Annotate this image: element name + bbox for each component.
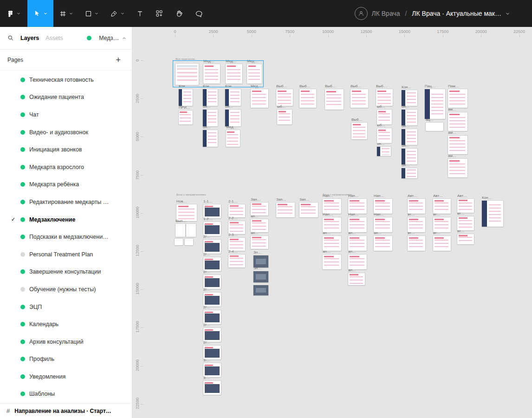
- canvas-frame[interactable]: [253, 271, 268, 282]
- frame-label[interactable]: ыб…: [277, 104, 285, 109]
- sidebar-page-item[interactable]: Завершение консультации: [0, 263, 132, 281]
- canvas-frame[interactable]: [408, 217, 425, 232]
- frame-label[interactable]: Нап…: [323, 212, 333, 217]
- canvas-frame[interactable]: [251, 202, 268, 216]
- canvas-frame[interactable]: [203, 328, 221, 342]
- canvas-area[interactable]: 0250050007500100001250015000175002000022…: [132, 27, 532, 418]
- canvas-frame[interactable]: [228, 255, 245, 268]
- sidebar-page-item[interactable]: Профиль: [0, 351, 132, 368]
- sidebar-page-item[interactable]: Видео- и аудиозвонок: [0, 124, 132, 141]
- canvas-frame[interactable]: [175, 224, 185, 237]
- frame-label[interactable]: 2/…: [203, 235, 210, 239]
- canvas-frame[interactable]: [408, 199, 425, 214]
- sidebar-page-item[interactable]: Редактирование медкарты …: [0, 193, 132, 211]
- frame-label[interactable]: 2-4…: [228, 249, 238, 254]
- canvas-frame[interactable]: [448, 89, 467, 108]
- canvas-frame[interactable]: [203, 363, 221, 377]
- canvas-frame[interactable]: [348, 217, 367, 232]
- sidebar-page-item[interactable]: Обучение (нужны тесты): [0, 281, 132, 298]
- sidebar-page-item[interactable]: Чат: [0, 106, 132, 124]
- frame-label[interactable]: Нов…: [176, 199, 187, 204]
- canvas-frame[interactable]: [225, 89, 241, 106]
- canvas-frame[interactable]: [448, 159, 467, 177]
- frame-label[interactable]: 1-1…: [203, 199, 213, 204]
- shape-tool-button[interactable]: [79, 0, 104, 27]
- sidebar-page-item[interactable]: Personal Treatment Plan: [0, 246, 132, 263]
- canvas-frame[interactable]: [203, 204, 221, 218]
- canvas-frame[interactable]: [203, 346, 221, 359]
- canvas-frame[interactable]: [325, 89, 344, 110]
- search-icon[interactable]: [7, 35, 14, 41]
- hand-tool-button[interactable]: [169, 0, 189, 27]
- canvas-frame[interactable]: [323, 236, 341, 251]
- component-tool-button[interactable]: [149, 0, 169, 27]
- canvas-frame[interactable]: [448, 112, 467, 131]
- canvas-frame[interactable]: [203, 275, 221, 289]
- canvas-frame[interactable]: [348, 236, 367, 251]
- add-page-button[interactable]: +: [116, 56, 121, 64]
- sidebar-page-item[interactable]: ✓Медзаключение: [0, 211, 132, 229]
- frame-label[interactable]: Авт…: [433, 194, 443, 198]
- canvas-frame[interactable]: [425, 89, 445, 119]
- frame-label[interactable]: он…: [402, 163, 409, 168]
- frame-label[interactable]: Выб…: [351, 118, 363, 122]
- frame-label[interactable]: 2/…: [203, 323, 210, 327]
- canvas-frame[interactable]: [408, 236, 425, 251]
- frame-label[interactable]: ыб…: [377, 104, 385, 109]
- canvas-frame[interactable]: [203, 89, 218, 106]
- sidebar-page-item[interactable]: Шаблоны: [0, 385, 132, 403]
- canvas-frame[interactable]: [203, 130, 218, 147]
- frame-label[interactable]: Нап…: [374, 212, 384, 217]
- text-tool-button[interactable]: [130, 0, 149, 27]
- comment-tool-button[interactable]: [189, 0, 209, 27]
- canvas-frame[interactable]: [251, 219, 268, 232]
- frame-label[interactable]: ап…: [348, 249, 356, 254]
- canvas-frame[interactable]: [203, 293, 221, 307]
- frame-label[interactable]: он…: [225, 104, 233, 109]
- frame-label[interactable]: Выб…: [325, 84, 336, 89]
- canvas-frame[interactable]: [402, 168, 417, 178]
- canvas-frame[interactable]: [374, 217, 392, 232]
- canvas-frame[interactable]: [323, 217, 341, 232]
- frame-label[interactable]: Вып…: [175, 219, 186, 223]
- canvas-frame[interactable]: [448, 136, 467, 154]
- canvas-frame[interactable]: [203, 222, 221, 236]
- frame-label[interactable]: 2/…: [203, 305, 210, 310]
- frame-label[interactable]: 2/…: [203, 270, 210, 274]
- frame-label[interactable]: Кон…: [482, 196, 492, 200]
- frame-label[interactable]: 2-1…: [228, 199, 238, 204]
- canvas-frame[interactable]: [203, 310, 221, 324]
- current-frame-item[interactable]: # Направление на анализы · Старт…: [0, 403, 132, 418]
- canvas-frame[interactable]: [482, 201, 503, 227]
- canvas-frame[interactable]: [228, 238, 245, 251]
- avatar[interactable]: [355, 7, 368, 20]
- figma-menu-button[interactable]: [0, 0, 27, 27]
- sidebar-page-item[interactable]: Медкарта ребёнка: [0, 176, 132, 194]
- frame-label[interactable]: ац…: [426, 118, 434, 122]
- canvas-frame[interactable]: [179, 111, 193, 124]
- canvas-frame[interactable]: [276, 89, 293, 106]
- canvas-frame[interactable]: [251, 89, 268, 108]
- canvas-frame[interactable]: [323, 255, 341, 269]
- frame-label[interactable]: вт…: [408, 212, 415, 217]
- frame-label[interactable]: он…: [402, 124, 409, 129]
- sidebar-page-item[interactable]: Подсказки в медзаключени…: [0, 228, 132, 246]
- canvas-frame[interactable]: [276, 202, 295, 217]
- frame-label[interactable]: ап…: [323, 249, 331, 254]
- frame-label[interactable]: Зап…: [299, 197, 310, 202]
- canvas-frame[interactable]: [225, 110, 241, 126]
- canvas-frame[interactable]: [228, 204, 245, 217]
- canvas-frame[interactable]: [402, 110, 417, 125]
- canvas-frame[interactable]: [203, 381, 221, 395]
- frame-label[interactable]: вт…: [457, 229, 465, 234]
- file-name[interactable]: ЛК Врача · Актуальные мак…: [412, 10, 501, 17]
- frame-label[interactable]: Выб…: [376, 84, 387, 89]
- frame-label[interactable]: Нап…: [348, 212, 359, 217]
- canvas-frame[interactable]: [351, 123, 367, 139]
- canvas-frame[interactable]: [433, 199, 451, 214]
- canvas-frame[interactable]: [277, 110, 292, 124]
- canvas-frame[interactable]: [251, 236, 268, 249]
- frame-label[interactable]: он…: [402, 104, 409, 109]
- frame-label[interactable]: 2/…: [203, 252, 210, 257]
- frame-label[interactable]: он…: [402, 144, 409, 148]
